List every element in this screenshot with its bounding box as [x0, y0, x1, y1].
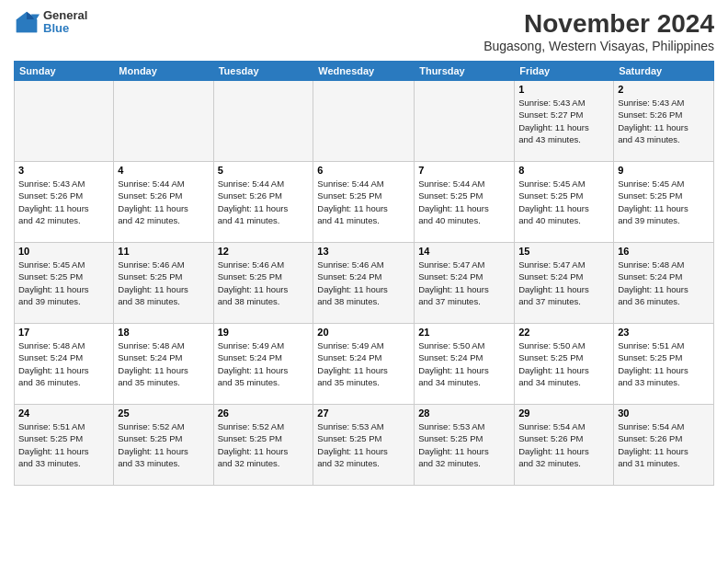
- calendar-cell: [114, 81, 213, 162]
- calendar-cell: 22Sunrise: 5:50 AMSunset: 5:25 PMDayligh…: [515, 324, 614, 405]
- logo-line2: Blue: [43, 22, 87, 35]
- calendar-cell: 30Sunrise: 5:54 AMSunset: 5:26 PMDayligh…: [614, 405, 714, 486]
- calendar-header: SundayMondayTuesdayWednesdayThursdayFrid…: [15, 62, 714, 81]
- day-number: 1: [518, 84, 609, 95]
- calendar-cell: 3Sunrise: 5:43 AMSunset: 5:26 PMDaylight…: [15, 162, 114, 243]
- weekday-header-wednesday: Wednesday: [313, 62, 415, 81]
- day-number: 27: [317, 408, 410, 419]
- day-number: 28: [418, 408, 510, 419]
- day-number: 8: [518, 165, 609, 176]
- day-number: 17: [18, 327, 109, 338]
- day-info: Sunrise: 5:45 AMSunset: 5:25 PMDaylight:…: [518, 178, 609, 226]
- day-number: 12: [218, 246, 310, 257]
- day-info: Sunrise: 5:48 AMSunset: 5:24 PMDaylight:…: [118, 339, 209, 388]
- logo-line1: General: [43, 9, 87, 22]
- day-info: Sunrise: 5:51 AMSunset: 5:25 PMDaylight:…: [618, 339, 710, 388]
- day-info: Sunrise: 5:47 AMSunset: 5:24 PMDaylight:…: [418, 259, 510, 307]
- day-number: 19: [218, 327, 310, 338]
- day-info: Sunrise: 5:52 AMSunset: 5:25 PMDaylight:…: [218, 420, 310, 469]
- calendar-week-1: 1Sunrise: 5:43 AMSunset: 5:27 PMDaylight…: [15, 81, 714, 162]
- calendar-body: 1Sunrise: 5:43 AMSunset: 5:27 PMDaylight…: [15, 81, 714, 486]
- calendar-cell: 12Sunrise: 5:46 AMSunset: 5:25 PMDayligh…: [213, 243, 313, 324]
- day-info: Sunrise: 5:49 AMSunset: 5:24 PMDaylight:…: [317, 339, 410, 388]
- weekday-header-tuesday: Tuesday: [213, 62, 313, 81]
- day-info: Sunrise: 5:46 AMSunset: 5:25 PMDaylight:…: [218, 259, 310, 307]
- calendar-cell: 11Sunrise: 5:46 AMSunset: 5:25 PMDayligh…: [114, 243, 213, 324]
- logo-icon: [14, 9, 40, 35]
- calendar-week-2: 3Sunrise: 5:43 AMSunset: 5:26 PMDaylight…: [15, 162, 714, 243]
- calendar-cell: 21Sunrise: 5:50 AMSunset: 5:24 PMDayligh…: [415, 324, 515, 405]
- day-info: Sunrise: 5:51 AMSunset: 5:25 PMDaylight:…: [18, 420, 109, 469]
- day-number: 30: [618, 408, 710, 419]
- day-number: 7: [418, 165, 510, 176]
- day-info: Sunrise: 5:44 AMSunset: 5:25 PMDaylight:…: [418, 178, 510, 226]
- day-number: 5: [218, 165, 310, 176]
- day-number: 9: [618, 165, 710, 176]
- calendar-cell: 8Sunrise: 5:45 AMSunset: 5:25 PMDaylight…: [515, 162, 614, 243]
- calendar-table: SundayMondayTuesdayWednesdayThursdayFrid…: [14, 61, 714, 486]
- weekday-header-thursday: Thursday: [415, 62, 515, 81]
- calendar-cell: 9Sunrise: 5:45 AMSunset: 5:25 PMDaylight…: [614, 162, 714, 243]
- weekday-header-row: SundayMondayTuesdayWednesdayThursdayFrid…: [15, 62, 714, 81]
- calendar-cell: [213, 81, 313, 162]
- page: General Blue November 2024 Bugasong, Wes…: [0, 0, 728, 563]
- day-number: 2: [618, 84, 710, 95]
- day-info: Sunrise: 5:54 AMSunset: 5:26 PMDaylight:…: [518, 420, 609, 469]
- day-number: 16: [618, 246, 710, 257]
- day-info: Sunrise: 5:54 AMSunset: 5:26 PMDaylight:…: [618, 420, 710, 469]
- calendar-cell: 28Sunrise: 5:53 AMSunset: 5:25 PMDayligh…: [415, 405, 515, 486]
- day-number: 14: [418, 246, 510, 257]
- day-info: Sunrise: 5:48 AMSunset: 5:24 PMDaylight:…: [18, 339, 109, 388]
- day-info: Sunrise: 5:50 AMSunset: 5:24 PMDaylight:…: [418, 339, 510, 388]
- calendar-cell: 5Sunrise: 5:44 AMSunset: 5:26 PMDaylight…: [213, 162, 313, 243]
- day-number: 25: [118, 408, 209, 419]
- calendar-week-5: 24Sunrise: 5:51 AMSunset: 5:25 PMDayligh…: [15, 405, 714, 486]
- calendar-cell: [15, 81, 114, 162]
- calendar-week-3: 10Sunrise: 5:45 AMSunset: 5:25 PMDayligh…: [15, 243, 714, 324]
- calendar-cell: 27Sunrise: 5:53 AMSunset: 5:25 PMDayligh…: [313, 405, 415, 486]
- calendar-cell: 18Sunrise: 5:48 AMSunset: 5:24 PMDayligh…: [114, 324, 213, 405]
- weekday-header-sunday: Sunday: [15, 62, 114, 81]
- day-number: 29: [518, 408, 609, 419]
- day-number: 22: [518, 327, 609, 338]
- day-info: Sunrise: 5:43 AMSunset: 5:26 PMDaylight:…: [18, 178, 109, 226]
- calendar-cell: 2Sunrise: 5:43 AMSunset: 5:26 PMDaylight…: [614, 81, 714, 162]
- day-info: Sunrise: 5:53 AMSunset: 5:25 PMDaylight:…: [418, 420, 510, 469]
- day-info: Sunrise: 5:46 AMSunset: 5:24 PMDaylight:…: [317, 259, 410, 307]
- day-info: Sunrise: 5:45 AMSunset: 5:25 PMDaylight:…: [618, 178, 710, 226]
- logo-text: General Blue: [43, 9, 87, 36]
- header: General Blue November 2024 Bugasong, Wes…: [14, 9, 714, 53]
- calendar-cell: 1Sunrise: 5:43 AMSunset: 5:27 PMDaylight…: [515, 81, 614, 162]
- calendar-cell: 7Sunrise: 5:44 AMSunset: 5:25 PMDaylight…: [415, 162, 515, 243]
- calendar-cell: 26Sunrise: 5:52 AMSunset: 5:25 PMDayligh…: [213, 405, 313, 486]
- calendar-cell: 17Sunrise: 5:48 AMSunset: 5:24 PMDayligh…: [15, 324, 114, 405]
- calendar-cell: 20Sunrise: 5:49 AMSunset: 5:24 PMDayligh…: [313, 324, 415, 405]
- day-info: Sunrise: 5:52 AMSunset: 5:25 PMDaylight:…: [118, 420, 209, 469]
- title-block: November 2024 Bugasong, Western Visayas,…: [483, 9, 714, 53]
- day-number: 6: [317, 165, 410, 176]
- day-info: Sunrise: 5:49 AMSunset: 5:24 PMDaylight:…: [218, 339, 310, 388]
- day-number: 3: [18, 165, 109, 176]
- day-number: 26: [218, 408, 310, 419]
- day-info: Sunrise: 5:45 AMSunset: 5:25 PMDaylight:…: [18, 259, 109, 307]
- calendar-cell: 13Sunrise: 5:46 AMSunset: 5:24 PMDayligh…: [313, 243, 415, 324]
- calendar-cell: 14Sunrise: 5:47 AMSunset: 5:24 PMDayligh…: [415, 243, 515, 324]
- calendar-cell: 25Sunrise: 5:52 AMSunset: 5:25 PMDayligh…: [114, 405, 213, 486]
- calendar-cell: 10Sunrise: 5:45 AMSunset: 5:25 PMDayligh…: [15, 243, 114, 324]
- calendar-cell: 16Sunrise: 5:48 AMSunset: 5:24 PMDayligh…: [614, 243, 714, 324]
- day-number: 20: [317, 327, 410, 338]
- calendar-cell: 4Sunrise: 5:44 AMSunset: 5:26 PMDaylight…: [114, 162, 213, 243]
- day-info: Sunrise: 5:44 AMSunset: 5:25 PMDaylight:…: [317, 178, 410, 226]
- calendar-cell: 19Sunrise: 5:49 AMSunset: 5:24 PMDayligh…: [213, 324, 313, 405]
- calendar-week-4: 17Sunrise: 5:48 AMSunset: 5:24 PMDayligh…: [15, 324, 714, 405]
- day-number: 24: [18, 408, 109, 419]
- svg-rect-2: [17, 19, 37, 32]
- day-info: Sunrise: 5:50 AMSunset: 5:25 PMDaylight:…: [518, 339, 609, 388]
- calendar-cell: 24Sunrise: 5:51 AMSunset: 5:25 PMDayligh…: [15, 405, 114, 486]
- weekday-header-saturday: Saturday: [614, 62, 714, 81]
- day-number: 15: [518, 246, 609, 257]
- calendar-cell: 29Sunrise: 5:54 AMSunset: 5:26 PMDayligh…: [515, 405, 614, 486]
- calendar-cell: [313, 81, 415, 162]
- day-number: 21: [418, 327, 510, 338]
- weekday-header-monday: Monday: [114, 62, 213, 81]
